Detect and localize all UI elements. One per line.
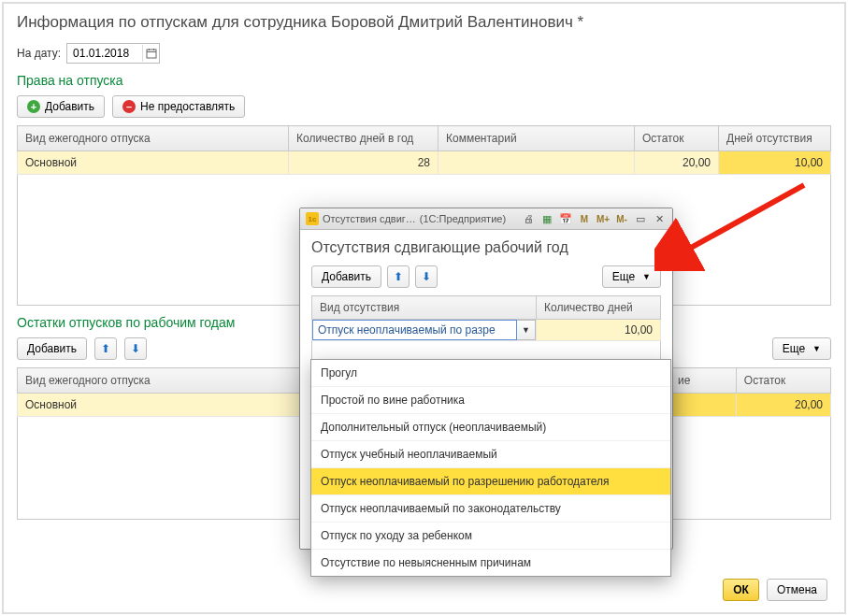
- dialog-more-label: Еще: [612, 270, 635, 283]
- dialog-title: Отсутствия сдвигающие рабочий год: [311, 239, 661, 256]
- dialog-titlebar[interactable]: 1c Отсутствия сдвиг… (1С:Предприятие) 🖨 …: [300, 208, 672, 230]
- more-button-label: Еще: [783, 342, 805, 355]
- balances-add-label: Добавить: [27, 342, 77, 355]
- date-input[interactable]: [67, 47, 142, 60]
- caret-down-icon: ▼: [812, 344, 821, 353]
- cell-absent[interactable]: 10,00: [719, 151, 831, 175]
- move-down-button[interactable]: ⬇: [124, 337, 147, 360]
- dialog-table: Вид отсутствия Количество дней ▼ 10,00: [311, 295, 661, 341]
- cell-comment: [438, 151, 635, 175]
- dialog-move-down[interactable]: ⬇: [415, 265, 438, 288]
- svg-rect-0: [147, 50, 156, 58]
- bal-col-c2[interactable]: ие: [670, 368, 737, 394]
- dialog-move-up[interactable]: ⬆: [387, 265, 410, 288]
- dlg-cell-days[interactable]: 10,00: [537, 320, 661, 341]
- arrow-down-icon: ⬇: [131, 342, 140, 355]
- absence-type-dropdown: Прогул Простой по вине работника Дополни…: [310, 359, 671, 577]
- col-type[interactable]: Вид ежегодного отпуска: [18, 126, 289, 151]
- cell-days: 28: [289, 151, 438, 175]
- m-plus-button[interactable]: M+: [596, 211, 611, 226]
- print-icon[interactable]: 🖨: [521, 211, 536, 226]
- dlg-cell-type: ▼: [312, 320, 537, 341]
- dialog-more-button[interactable]: Еще ▼: [602, 265, 661, 288]
- caret-down-icon: ▼: [642, 272, 651, 281]
- dropdown-item[interactable]: Простой по вине работника: [311, 387, 670, 414]
- bal-col-remain[interactable]: Остаток: [736, 368, 830, 394]
- bal-cell-c2: [670, 394, 737, 417]
- cancel-button[interactable]: Отмена: [767, 579, 827, 601]
- dialog-window-subtitle: (1С:Предприятие): [420, 213, 506, 224]
- col-absent[interactable]: Дней отсутствия: [719, 126, 831, 151]
- col-days[interactable]: Количество дней в год: [289, 126, 438, 151]
- arrow-down-icon: ⬇: [422, 270, 431, 283]
- minus-icon: –: [122, 100, 136, 113]
- close-icon[interactable]: ✕: [652, 211, 667, 226]
- cell-type: Основной: [18, 151, 289, 175]
- dropdown-item-selected[interactable]: Отпуск неоплачиваемый по разрешению рабо…: [311, 468, 670, 495]
- page-title: Информация по отпускам для сотрудника Бо…: [17, 13, 831, 32]
- dropdown-item[interactable]: Прогул: [311, 360, 670, 387]
- col-comment[interactable]: Комментарий: [438, 126, 635, 151]
- dropdown-item[interactable]: Отпуск по уходу за ребенком: [311, 523, 670, 550]
- add-button[interactable]: + Добавить: [17, 95, 105, 118]
- app-logo-icon: 1c: [306, 212, 319, 225]
- calendar-icon[interactable]: [142, 45, 159, 62]
- arrow-up-icon: ⬆: [101, 342, 110, 355]
- col-remain[interactable]: Остаток: [635, 126, 719, 151]
- arrow-up-icon: ⬆: [394, 270, 403, 283]
- dialog-window-title: Отсутствия сдвиг…: [323, 213, 416, 224]
- m-minus-button[interactable]: М-: [614, 211, 629, 226]
- dropdown-item[interactable]: Отпуск учебный неоплачиваемый: [311, 441, 670, 468]
- dropdown-item[interactable]: Отпуск неоплачиваемый по законодательств…: [311, 495, 670, 523]
- add-button-label: Добавить: [45, 100, 94, 113]
- plus-icon: +: [27, 100, 40, 113]
- dropdown-item[interactable]: Дополнительный отпуск (неоплачиваемый): [311, 414, 670, 441]
- ok-button[interactable]: ОК: [723, 579, 759, 601]
- cell-remain: 20,00: [635, 151, 719, 175]
- date-label: На дату:: [17, 47, 61, 60]
- dropdown-item[interactable]: Отсутствие по невыясненным причинам: [311, 550, 670, 576]
- bal-cell-remain: 20,00: [736, 394, 830, 417]
- dlg-col-days[interactable]: Количество дней: [537, 296, 661, 320]
- move-up-button[interactable]: ⬆: [94, 337, 117, 360]
- m-button[interactable]: M: [577, 211, 592, 226]
- maximize-icon[interactable]: ▭: [633, 211, 648, 226]
- dlg-col-type[interactable]: Вид отсутствия: [312, 296, 537, 320]
- balances-add-button[interactable]: Добавить: [17, 337, 87, 360]
- calendar-toolbar-icon[interactable]: 📅: [558, 211, 573, 226]
- absence-type-combo-input[interactable]: [312, 320, 517, 340]
- table-row[interactable]: Основной 28 20,00 10,00: [18, 151, 831, 175]
- rights-section-header: Права на отпуска: [17, 73, 831, 88]
- calc-icon[interactable]: ▦: [539, 211, 554, 226]
- date-input-wrapper: [66, 43, 160, 64]
- more-button[interactable]: Еще ▼: [772, 337, 831, 360]
- dialog-add-button[interactable]: Добавить: [311, 265, 381, 288]
- rights-table: Вид ежегодного отпуска Количество дней в…: [17, 125, 831, 175]
- table-row[interactable]: ▼ 10,00: [312, 320, 661, 341]
- deny-button-label: Не предоставлять: [140, 100, 235, 113]
- deny-button[interactable]: – Не предоставлять: [112, 95, 245, 118]
- combo-dropdown-button[interactable]: ▼: [517, 320, 536, 340]
